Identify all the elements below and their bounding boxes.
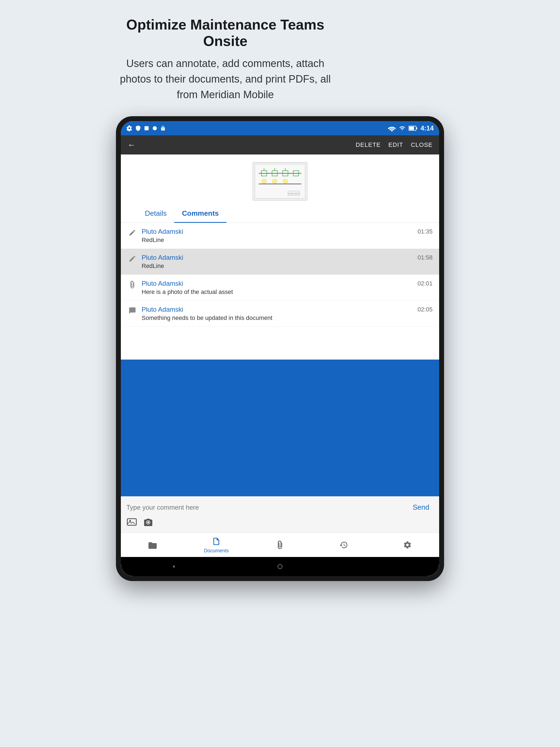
comment-text: RedLine	[142, 262, 433, 269]
tab-details[interactable]: Details	[137, 205, 174, 223]
documents-nav-icon	[211, 536, 222, 547]
page-container: Optimize Maintenance Teams Onsite Users …	[116, 17, 444, 581]
schematic-svg	[253, 163, 307, 200]
comment-input-area: Send	[121, 496, 439, 532]
comment-text: Here is a photo of the actual asset	[142, 288, 433, 295]
square-icon	[144, 126, 149, 131]
nav-item-documents[interactable]: Documents	[184, 536, 248, 554]
bottom-nav: Documents	[121, 532, 439, 557]
page-subtitle: Users can annotate, add comments, attach…	[116, 56, 335, 103]
image-icon	[127, 518, 137, 526]
content-area: Details Comments Pluto Adamski 01:35 Red…	[121, 154, 439, 576]
tab-comments[interactable]: Comments	[174, 205, 226, 223]
nav-item-settings[interactable]	[376, 539, 439, 550]
svg-rect-26	[292, 193, 296, 196]
comment-icon	[127, 306, 137, 315]
tablet-device: 4:14 ← DELETE EDIT CLOSE	[116, 116, 444, 581]
comment-body: Pluto Adamski 01:35 RedLine	[142, 228, 433, 243]
comments-list: Pluto Adamski 01:35 RedLine Pluto Adamsk…	[121, 223, 439, 360]
tabs-bar: Details Comments	[121, 205, 439, 223]
edit-button[interactable]: EDIT	[388, 141, 403, 149]
svg-point-1	[153, 126, 157, 130]
doc-thumbnail-area	[121, 154, 439, 205]
comment-item: Pluto Adamski 02:01 Here is a photo of t…	[121, 275, 439, 301]
signal-icon	[399, 125, 405, 131]
close-button[interactable]: CLOSE	[411, 141, 433, 149]
comment-author: Pluto Adamski	[142, 280, 183, 287]
status-bar: 4:14	[121, 121, 439, 135]
comment-text: Something needs to be updated in this do…	[142, 314, 433, 321]
comment-header: Pluto Adamski 02:01	[142, 280, 433, 287]
page-title: Optimize Maintenance Teams Onsite	[116, 17, 335, 49]
comment-icon	[127, 280, 137, 289]
svg-rect-27	[297, 193, 300, 196]
svg-rect-29	[127, 519, 136, 525]
gear-icon	[126, 125, 132, 131]
battery-icon	[408, 126, 417, 131]
comment-input-row: Send	[126, 501, 434, 514]
send-button[interactable]: Send	[408, 501, 434, 514]
comment-text: RedLine	[142, 236, 433, 243]
comment-body: Pluto Adamski 02:05 Something needs to b…	[142, 306, 433, 321]
folder-nav-icon	[147, 539, 158, 550]
comment-item: Pluto Adamski 02:05 Something needs to b…	[121, 301, 439, 327]
android-nav	[121, 557, 439, 576]
comment-time: 01:58	[417, 254, 433, 261]
wifi-icon	[388, 125, 396, 131]
comment-item: Pluto Adamski 01:35 RedLine	[121, 223, 439, 249]
back-button[interactable]: ←	[127, 140, 136, 150]
attach-image-button[interactable]	[126, 517, 137, 527]
comment-body: Pluto Adamski 01:58 RedLine	[142, 254, 433, 269]
app-bar-actions: DELETE EDIT CLOSE	[356, 141, 433, 149]
circle-icon	[152, 126, 157, 131]
comment-time: 02:05	[417, 306, 433, 313]
comment-author: Pluto Adamski	[142, 254, 183, 261]
android-back-button[interactable]	[169, 562, 179, 571]
svg-point-33	[278, 564, 282, 569]
comment-icon	[127, 254, 137, 264]
status-bar-right: 4:14	[388, 124, 434, 132]
comment-icon	[127, 228, 137, 238]
documents-nav-label: Documents	[204, 548, 229, 554]
page-header: Optimize Maintenance Teams Onsite Users …	[116, 17, 335, 103]
comment-header: Pluto Adamski 02:05	[142, 306, 433, 313]
history-nav-icon	[338, 539, 349, 550]
comment-author: Pluto Adamski	[142, 228, 183, 235]
delete-button[interactable]: DELETE	[356, 141, 381, 149]
svg-rect-25	[288, 193, 291, 196]
time-display: 4:14	[421, 124, 434, 132]
svg-marker-32	[173, 565, 175, 568]
nav-item-folder[interactable]	[121, 539, 184, 550]
blue-background	[121, 360, 439, 496]
comment-toolbar	[126, 516, 434, 528]
comment-input[interactable]	[126, 501, 405, 514]
svg-point-31	[147, 521, 150, 524]
svg-rect-4	[416, 127, 417, 129]
settings-nav-icon	[402, 539, 413, 550]
svg-rect-0	[145, 126, 149, 130]
nav-item-history[interactable]	[312, 539, 376, 550]
comment-item: Pluto Adamski 01:58 RedLine	[121, 249, 439, 275]
tablet-inner: 4:14 ← DELETE EDIT CLOSE	[121, 121, 439, 576]
status-bar-left	[126, 125, 166, 131]
camera-icon	[143, 518, 153, 526]
comment-header: Pluto Adamski 01:58	[142, 254, 433, 261]
svg-rect-3	[409, 127, 414, 130]
paperclip-nav-icon	[275, 539, 285, 550]
android-recent-button[interactable]	[381, 562, 391, 571]
comment-body: Pluto Adamski 02:01 Here is a photo of t…	[142, 280, 433, 295]
attach-camera-button[interactable]	[143, 517, 154, 527]
comment-author: Pluto Adamski	[142, 306, 183, 313]
comment-header: Pluto Adamski 01:35	[142, 228, 433, 235]
comment-time: 01:35	[417, 228, 433, 235]
shield-icon	[135, 125, 141, 131]
doc-thumbnail[interactable]	[253, 162, 307, 200]
android-home-button[interactable]	[275, 562, 285, 571]
nav-item-attachments[interactable]	[248, 539, 312, 550]
tablet-outer: 4:14 ← DELETE EDIT CLOSE	[116, 116, 444, 581]
comment-time: 02:01	[417, 280, 433, 287]
app-bar: ← DELETE EDIT CLOSE	[121, 135, 439, 154]
lock-icon	[160, 126, 166, 131]
